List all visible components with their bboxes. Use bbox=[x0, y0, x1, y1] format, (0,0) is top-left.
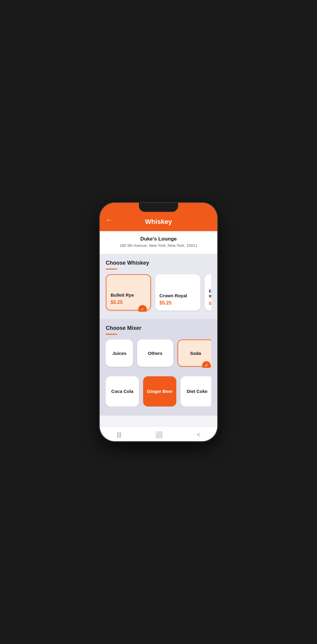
mixer-section-underline bbox=[106, 334, 117, 335]
soda-label-coca-cola: Coca Cola bbox=[111, 388, 133, 394]
mixer-section: Choose Mixer Juices Others Soda ✓ bbox=[100, 319, 217, 375]
mixer-label-soda: Soda bbox=[190, 351, 201, 356]
whiskey-price-bulleit: $5.25 bbox=[111, 300, 146, 305]
whiskey-section-underline bbox=[106, 269, 117, 269]
soda-card-ginger-beer[interactable]: Ginger Beer bbox=[143, 376, 176, 406]
whiskey-price-crown: $5.25 bbox=[159, 300, 196, 306]
phone-screen: ← Whiskey Duke's Lounge 180 9th Avenue, … bbox=[100, 203, 217, 441]
soda-card-coca-cola[interactable]: Coca Cola bbox=[106, 376, 139, 406]
page-title: Whiskey bbox=[106, 218, 211, 226]
whiskey-name-bulleit: Bulleit Rye bbox=[111, 292, 146, 298]
soda-card-diet-coke[interactable]: Diet Coke bbox=[180, 376, 211, 406]
mixer-label-juices: Juices bbox=[112, 351, 127, 356]
whiskey-name-evan: EvanWilliam bbox=[209, 289, 211, 299]
mixer-label-others: Others bbox=[148, 351, 162, 356]
back-button[interactable]: ← bbox=[106, 216, 112, 224]
soda-grid[interactable]: Coca Cola Ginger Beer Diet Coke bbox=[106, 376, 211, 406]
whiskey-scroll[interactable]: Bulleit Rye $5.25 ✓ Crown Royal $5.25 Ev… bbox=[106, 274, 211, 312]
venue-address: 180 9th Avenue, New York, New York, 1001… bbox=[106, 243, 211, 248]
mixer-card-juices[interactable]: Juices bbox=[106, 340, 133, 367]
whiskey-section-title: Choose Whiskey bbox=[106, 260, 211, 266]
venue-name: Duke's Lounge bbox=[106, 236, 211, 242]
whiskey-section: Choose Whiskey Bulleit Rye $5.25 ✓ Crown… bbox=[100, 254, 217, 319]
mixer-section-title: Choose Mixer bbox=[106, 325, 211, 331]
venue-info: Duke's Lounge 180 9th Avenue, New York, … bbox=[100, 231, 217, 254]
bottom-bar: ||| ⬜ < bbox=[100, 426, 217, 441]
mixer-card-others[interactable]: Others bbox=[137, 340, 173, 367]
whiskey-price-evan: $5.2 bbox=[209, 301, 211, 306]
soda-label-ginger-beer: Ginger Beer bbox=[147, 388, 173, 394]
whiskey-card-evan[interactable]: EvanWilliam $5.2 bbox=[205, 274, 211, 311]
phone-notch bbox=[139, 203, 178, 212]
whiskey-card-crown[interactable]: Crown Royal $5.25 bbox=[155, 274, 200, 311]
soda-section: Coca Cola Ginger Beer Diet Coke bbox=[100, 375, 217, 416]
bottom-home-icon[interactable]: ⬜ bbox=[149, 430, 169, 439]
whiskey-card-bulleit[interactable]: Bulleit Rye $5.25 ✓ bbox=[106, 274, 151, 311]
whiskey-name-crown: Crown Royal bbox=[159, 293, 196, 299]
whiskey-check-bulleit: ✓ bbox=[138, 305, 147, 312]
soda-label-diet-coke: Diet Coke bbox=[187, 388, 207, 394]
bottom-back-icon[interactable]: < bbox=[191, 430, 206, 439]
bottom-menu-icon[interactable]: ||| bbox=[111, 430, 127, 439]
scroll-content[interactable]: Choose Whiskey Bulleit Rye $5.25 ✓ Crown… bbox=[100, 254, 217, 426]
mixer-check-soda: ✓ bbox=[202, 361, 211, 368]
phone-frame: ← Whiskey Duke's Lounge 180 9th Avenue, … bbox=[100, 203, 217, 441]
mixer-scroll[interactable]: Juices Others Soda ✓ bbox=[106, 340, 211, 368]
mixer-card-soda[interactable]: Soda ✓ bbox=[177, 340, 211, 367]
